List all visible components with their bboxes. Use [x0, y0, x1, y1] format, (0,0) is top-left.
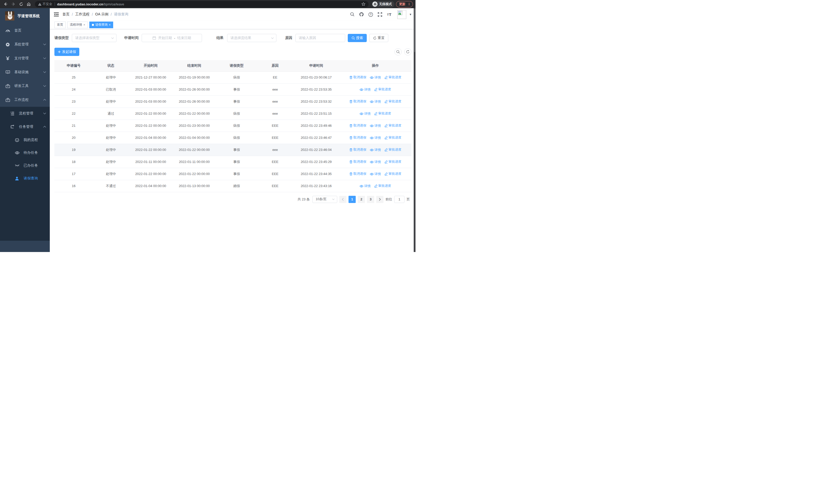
toggle-search-button[interactable]: [395, 48, 402, 55]
avatar[interactable]: [397, 10, 406, 19]
sidebar-item-请假查询[interactable]: 请假查询: [0, 172, 50, 185]
cell-请假类型: 病假: [216, 108, 257, 120]
detail-link[interactable]: 详情: [370, 76, 381, 80]
browser-menu-icon[interactable]: ⋮: [407, 2, 411, 6]
progress-link[interactable]: 审批进度: [384, 136, 401, 140]
sidebar-item-已办任务[interactable]: 已办任务: [0, 159, 50, 172]
cell-请假类型: 事假: [216, 83, 257, 95]
detail-link[interactable]: 详情: [370, 148, 381, 152]
sidebar-item-研发工具[interactable]: 研发工具: [0, 79, 50, 93]
sidebar-item-支付管理[interactable]: 支付管理: [0, 51, 50, 65]
close-icon[interactable]: ×: [83, 23, 85, 27]
detail-eye-icon: [370, 76, 374, 79]
page-button-2[interactable]: 2: [358, 196, 365, 203]
search-icon[interactable]: [350, 12, 355, 17]
next-page-button[interactable]: [376, 196, 383, 203]
cell-请假类型: 病假: [216, 71, 257, 83]
url-host: dashboard.yudao.iocoder.cn: [57, 2, 104, 6]
progress-link[interactable]: 审批进度: [384, 123, 401, 128]
chevron-up-icon: [43, 99, 46, 101]
prev-page-button[interactable]: [339, 196, 346, 203]
tab-请假查询[interactable]: 请假查询×: [89, 22, 113, 28]
cell-状态: 处理中: [93, 131, 129, 144]
github-icon[interactable]: [359, 12, 364, 17]
avatar-caret-icon[interactable]: ▼: [409, 13, 412, 16]
font-size-icon[interactable]: TT: [387, 12, 393, 17]
bookmark-star-icon[interactable]: [361, 2, 366, 6]
trash-icon: [349, 148, 353, 151]
app-logo-row[interactable]: 芋道管理系统: [0, 8, 50, 24]
tab-首页[interactable]: 首页: [54, 22, 66, 28]
update-label[interactable]: 更新: [399, 2, 405, 6]
close-icon[interactable]: ×: [109, 23, 111, 27]
dashboard-icon: [6, 29, 10, 33]
progress-link[interactable]: 审批进度: [384, 159, 401, 164]
search-button[interactable]: 搜索: [348, 34, 367, 42]
chevron-down-icon: [43, 57, 46, 59]
detail-link[interactable]: 详情: [370, 99, 381, 104]
page-size-select[interactable]: 10条/页: [312, 196, 337, 203]
cancel-link[interactable]: 取消请假: [349, 136, 366, 140]
cell-状态: 处理中: [93, 120, 129, 131]
browser-update-menu[interactable]: 更新 ⋮: [396, 1, 413, 7]
apply-time-range-picker[interactable]: 开始日期 - 结束日期: [142, 34, 202, 42]
start-date-placeholder[interactable]: 开始日期: [158, 36, 172, 40]
browser-back-button[interactable]: [3, 1, 9, 7]
sidebar-item-我的流程[interactable]: 我的流程: [0, 134, 50, 146]
end-date-placeholder[interactable]: 结束日期: [177, 36, 191, 40]
tab-流程详情[interactable]: 流程详情×: [67, 22, 88, 28]
detail-link[interactable]: 详情: [360, 88, 371, 92]
detail-link[interactable]: 详情: [370, 124, 381, 128]
fullscreen-icon[interactable]: [377, 12, 382, 17]
detail-link[interactable]: 详情: [360, 184, 371, 188]
address-bar[interactable]: 不安全 dashboard.yudao.iocoder.cn/bpm/oa/le…: [35, 1, 369, 7]
sidebar-collapse-icon[interactable]: [54, 12, 59, 17]
jump-page-input[interactable]: 1: [394, 196, 404, 203]
security-warning-icon: [38, 3, 41, 6]
detail-link[interactable]: 详情: [370, 160, 381, 164]
sidebar-item-基础设施[interactable]: 基础设施: [0, 65, 50, 79]
cancel-link[interactable]: 取消请假: [349, 148, 366, 152]
page-button-3[interactable]: 3: [367, 196, 374, 203]
column-header-原因: 原因: [257, 60, 293, 71]
create-leave-button[interactable]: 发起请假: [54, 48, 79, 56]
cancel-link[interactable]: 取消请假: [349, 172, 366, 176]
help-icon[interactable]: ?: [368, 12, 373, 17]
breadcrumb-item-工作流程[interactable]: 工作流程: [75, 12, 90, 17]
cell-申请时间: 2022-01-22 23:53:35: [293, 83, 339, 95]
cancel-link[interactable]: 取消请假: [349, 99, 366, 104]
progress-link[interactable]: 审批进度: [374, 184, 391, 188]
detail-link[interactable]: 详情: [370, 136, 381, 140]
refresh-table-button[interactable]: [404, 48, 411, 55]
detail-link[interactable]: 详情: [370, 172, 381, 176]
cancel-link[interactable]: 取消请假: [349, 75, 366, 80]
page-button-1[interactable]: 1: [348, 196, 356, 203]
progress-link[interactable]: 审批进度: [384, 172, 401, 176]
sidebar-item-待办任务[interactable]: 待办任务: [0, 146, 50, 159]
reset-button[interactable]: 重置: [369, 34, 388, 42]
page-scrollbar[interactable]: [414, 8, 416, 252]
leave-type-select[interactable]: 请选择请假类型: [72, 34, 116, 42]
reason-input[interactable]: 请输入原因: [295, 34, 345, 42]
sidebar-item-任务管理[interactable]: 任务管理: [0, 120, 50, 134]
sidebar-item-流程管理[interactable]: 流程管理: [0, 107, 50, 120]
sidebar-item-工作流程[interactable]: 工作流程: [0, 93, 50, 107]
progress-link[interactable]: 审批进度: [384, 99, 401, 104]
detail-link[interactable]: 详情: [360, 112, 371, 116]
cancel-link[interactable]: 取消请假: [349, 123, 366, 128]
progress-link[interactable]: 审批进度: [384, 75, 401, 80]
result-select[interactable]: 请选择流结果: [227, 34, 277, 42]
progress-link[interactable]: 审批进度: [384, 148, 401, 152]
breadcrumb-item-OA 示例[interactable]: OA 示例: [95, 12, 108, 17]
breadcrumb-item-首页[interactable]: 首页: [62, 12, 69, 17]
sidebar-item-系统管理[interactable]: 系统管理: [0, 37, 50, 51]
progress-link[interactable]: 审批进度: [374, 87, 391, 92]
incognito-badge: 无痕模式: [372, 1, 395, 7]
browser-forward-button[interactable]: [10, 1, 17, 7]
browser-reload-button[interactable]: [18, 1, 24, 7]
action-label: 取消请假: [353, 75, 366, 80]
progress-link[interactable]: 审批进度: [374, 111, 391, 116]
cancel-link[interactable]: 取消请假: [349, 159, 366, 164]
browser-home-button[interactable]: [26, 1, 32, 7]
sidebar-item-首页[interactable]: 首页: [0, 24, 50, 37]
